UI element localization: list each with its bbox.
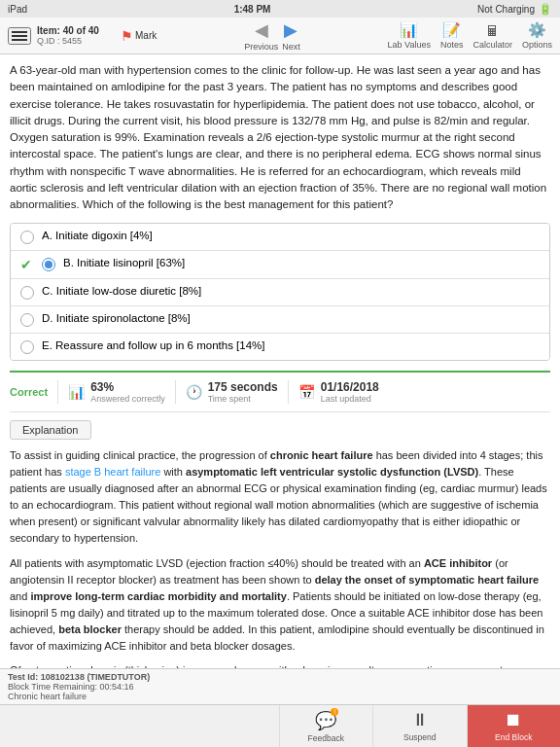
suspend-button[interactable]: ⏸ Suspend — [373, 705, 468, 747]
choice-d[interactable]: D. Initiate spironolactone [8%] — [11, 306, 549, 334]
feedback-label: Feedback — [308, 733, 344, 743]
radio-a — [20, 231, 34, 244]
next-label: Next — [282, 42, 300, 52]
bottom-toolbar: 💬 ! Feedback ⏸ Suspend ⏹ End Block — [0, 704, 560, 747]
answered-pct: 63% — [90, 380, 165, 394]
alert-badge: ! — [331, 708, 338, 716]
nav-center: ◀ Previous ▶ Next — [162, 19, 381, 52]
status-bar: iPad 1:48 PM Not Charging 🔋 — [0, 0, 560, 18]
stats-bar: Correct 📊 63% Answered correctly 🕐 175 s… — [10, 371, 550, 412]
right-arrow-icon: ▶ — [284, 19, 298, 41]
correct-stat: Correct — [10, 380, 48, 404]
previous-button[interactable]: ◀ Previous — [244, 19, 278, 52]
block-time: Block Time Remaining: 00:54:16 — [8, 682, 552, 692]
calculator-label: Calculator — [472, 40, 512, 50]
calculator-icon: 🖩 — [485, 22, 500, 39]
choice-e-label: E. Reassure and follow up in 6 months [1… — [42, 339, 265, 351]
time-label: Time spent — [208, 394, 278, 404]
radio-d — [20, 313, 34, 327]
item-number: Item: 40 of 40 — [37, 25, 115, 36]
end-block-icon: ⏹ — [505, 710, 522, 730]
question-text: A 63-year-old man with hypertension come… — [10, 62, 550, 213]
previous-label: Previous — [244, 42, 278, 52]
notes-button[interactable]: 📝 Notes — [440, 21, 464, 50]
answer-choices: A. Initiate digoxin [4%] ✔ B. Initiate l… — [10, 223, 550, 361]
left-arrow-icon: ◀ — [255, 19, 268, 41]
date-stat: 📅 01/16/2018 Last updated — [298, 380, 379, 404]
notes-icon: 📝 — [442, 21, 461, 39]
options-icon: ⚙️ — [528, 21, 546, 39]
status-device: iPad — [8, 4, 27, 15]
explanation-p2: All patients with asymptomatic LVSD (eje… — [10, 555, 550, 655]
choice-a[interactable]: A. Initiate digoxin [4%] — [11, 224, 549, 251]
explanation-p1: To assist in guiding clinical practice, … — [10, 447, 550, 547]
stage-b-link[interactable]: stage B heart failure — [65, 466, 160, 478]
calculator-button[interactable]: 🖩 Calculator — [472, 22, 512, 50]
explanation-content: To assist in guiding clinical practice, … — [10, 447, 550, 668]
subject: Chronic heart failure — [8, 692, 552, 701]
alert-icon-wrap: 💬 ! — [315, 710, 336, 731]
answered-stat: 📊 63% Answered correctly — [68, 380, 165, 404]
end-block-button[interactable]: ⏹ End Block — [468, 705, 561, 747]
lab-values-icon: 📊 — [400, 21, 418, 39]
choice-b-label: B. Initiate lisinopril [63%] — [63, 257, 185, 268]
status-battery-label: Not Charging — [477, 4, 535, 15]
mark-button[interactable]: ⚑ Mark — [121, 28, 157, 44]
date-value: 01/16/2018 — [321, 380, 379, 394]
main-content: A 63-year-old man with hypertension come… — [0, 54, 560, 668]
options-button[interactable]: ⚙️ Options — [522, 21, 552, 50]
suspend-icon: ⏸ — [411, 710, 429, 730]
choice-e[interactable]: E. Reassure and follow up in 6 months [1… — [11, 334, 549, 360]
options-label: Options — [522, 40, 552, 50]
mark-label: Mark — [135, 30, 157, 41]
battery-icon: 🔋 — [539, 3, 552, 16]
next-button[interactable]: ▶ Next — [282, 19, 300, 52]
choice-c[interactable]: C. Initiate low-dose diuretic [8%] — [11, 279, 549, 306]
feedback-button[interactable]: 💬 ! Feedback — [280, 705, 374, 747]
time-value: 175 seconds — [208, 380, 278, 394]
lab-values-label: Lab Values — [388, 40, 431, 50]
correct-checkmark: ✔ — [20, 257, 32, 272]
notes-label: Notes — [440, 40, 464, 50]
explanation-tab[interactable]: Explanation — [10, 420, 91, 440]
correct-label: Correct — [10, 386, 48, 398]
suspend-label: Suspend — [403, 732, 437, 742]
menu-button[interactable] — [8, 27, 31, 45]
status-time: 1:48 PM — [234, 4, 271, 15]
item-info: Item: 40 of 40 Q.ID : 5455 — [37, 25, 115, 46]
end-block-label: End Block — [495, 732, 532, 742]
choice-d-label: D. Initiate spironolactone [8%] — [42, 312, 191, 324]
clock-icon: 🕐 — [186, 384, 202, 400]
choice-a-label: A. Initiate digoxin [4%] — [42, 230, 153, 241]
radio-b — [42, 258, 55, 271]
calendar-icon: 📅 — [298, 384, 315, 400]
test-id: Test Id: 108102138 (TIMEDTUTOR) — [8, 672, 552, 682]
lab-values-button[interactable]: 📊 Lab Values — [388, 21, 431, 50]
radio-e — [20, 340, 34, 354]
question-id: Q.ID : 5455 — [37, 36, 115, 46]
radio-c — [20, 286, 34, 300]
time-stat: 🕐 175 seconds Time spent — [186, 380, 278, 404]
toolbar-spacer — [0, 705, 280, 747]
flag-icon: ⚑ — [121, 28, 133, 44]
bottom-info: Test Id: 108102138 (TIMEDTUTOR) Block Ti… — [0, 668, 560, 704]
date-label: Last updated — [321, 394, 379, 404]
answered-label: Answered correctly — [90, 394, 165, 404]
bar-chart-icon: 📊 — [68, 384, 85, 400]
choice-c-label: C. Initiate low-dose diuretic [8%] — [42, 285, 201, 297]
choice-b[interactable]: ✔ B. Initiate lisinopril [63%] — [11, 251, 549, 279]
top-nav: Item: 40 of 40 Q.ID : 5455 ⚑ Mark ◀ Prev… — [0, 18, 560, 54]
nav-right: 📊 Lab Values 📝 Notes 🖩 Calculator ⚙️ Opt… — [388, 21, 552, 50]
